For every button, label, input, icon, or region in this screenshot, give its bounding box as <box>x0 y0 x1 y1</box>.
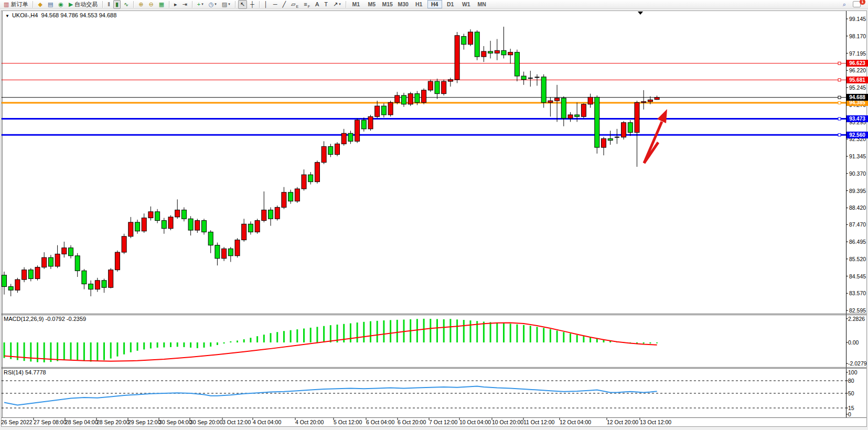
macd-indicator-label: MACD(12,26,9) -0.0792 -0.2359 <box>4 316 86 322</box>
cursor-icon[interactable]: ↖ <box>238 0 247 9</box>
equidistant-channel-icon[interactable]: ▱E <box>289 0 301 9</box>
new-order-icon: ▥ <box>4 1 9 8</box>
new-order-label: 新订单 <box>10 1 28 8</box>
timeframe-d1-button[interactable]: D1 <box>443 0 458 8</box>
arrows-icon: ↗ <box>333 1 338 8</box>
price-axis-tick: 97.195 <box>849 50 866 57</box>
new-chart-dropdown-icon[interactable]: ▾ <box>201 2 203 6</box>
time-axis-label: 30 Sep 20:00 <box>190 419 222 425</box>
price-axis-tick: 82.595 <box>849 307 866 314</box>
fibonacci-icon: ≡ <box>304 1 307 8</box>
templates-icon[interactable]: ▨▾ <box>220 0 232 9</box>
text-label-icon[interactable]: T <box>322 0 330 9</box>
signals-icon: ◉ <box>58 1 63 8</box>
profiles-icon[interactable]: ◷▾ <box>207 0 219 9</box>
bar-chart-icon[interactable]: ‖ <box>105 0 112 9</box>
timeframe-m30-button[interactable]: M30 <box>396 0 411 8</box>
price-axis-tick: 86.495 <box>849 239 866 245</box>
time-axis-label: 10 Oct 04:00 <box>459 419 491 425</box>
chart-window[interactable] <box>1 10 867 427</box>
auto-scroll-icon[interactable]: ▸ <box>172 0 179 9</box>
trendline-icon[interactable]: ╱ <box>280 0 288 9</box>
macd-axis-tick: 2.2826 <box>848 316 865 322</box>
price-level-badge: 92.560 <box>846 132 868 138</box>
time-axis-label: 26 Sep 2022 <box>1 419 33 425</box>
zoom-in-icon[interactable]: ⊕ <box>136 0 145 9</box>
time-axis-label: 11 Oct 12:00 <box>523 419 554 425</box>
market-watch-icon: ◆ <box>38 1 42 8</box>
text-icon[interactable]: A <box>313 0 321 9</box>
zoom-out-icon[interactable]: ⊖ <box>146 0 155 9</box>
toolbar-separator <box>133 1 134 8</box>
toolbar-right-group: ⌕1 <box>840 0 867 9</box>
price-level-badge: 95.681 <box>846 77 868 83</box>
time-axis-label: 6 Oct 04:00 <box>366 419 394 425</box>
chart-symbol-period: UKOil-,H4 <box>12 12 38 18</box>
chat-button[interactable]: 1 <box>851 0 863 9</box>
macd-axis-tick: 0.00 <box>848 339 859 346</box>
trendline-icon: ╱ <box>282 1 286 8</box>
price-axis-tick: 88.420 <box>849 205 866 211</box>
horizontal-line-icon[interactable]: ─ <box>271 0 280 9</box>
toolbar-separator <box>102 1 103 8</box>
line-chart-icon[interactable]: ∿ <box>122 0 131 9</box>
timeframe-m15-button[interactable]: M15 <box>380 0 395 8</box>
mt4-window: ▥新订单◆▤◉▶自动交易‖▮∿⊕⊖▦▸⇥+▾◷▾▨▾↖┼│─╱▱E≡FAT↗▾M… <box>0 0 868 430</box>
chart-shift-icon[interactable]: ⇥ <box>180 0 189 9</box>
rsi-axis-tick: 100 <box>848 369 858 375</box>
horizontal-line-icon: ─ <box>273 1 277 8</box>
chat-unread-badge: 1 <box>860 0 865 5</box>
arrows-dropdown-icon[interactable]: ▾ <box>339 2 341 6</box>
tile-windows-icon: ▦ <box>159 1 164 8</box>
timeframe-h1-button[interactable]: H1 <box>412 0 426 8</box>
rsi-indicator-label: RSI(14) 54.7778 <box>4 369 46 375</box>
price-axis-tick: 87.470 <box>849 221 866 228</box>
zoom-out-icon: ⊖ <box>148 1 153 8</box>
timeframe-m5-button[interactable]: M5 <box>365 0 379 8</box>
cursor-icon: ↖ <box>240 1 245 8</box>
crosshair-icon[interactable]: ┼ <box>248 0 256 9</box>
price-axis-tick: 89.395 <box>849 188 866 194</box>
rsi-axis-tick: 15 <box>848 405 854 411</box>
auto-scroll-icon: ▸ <box>174 1 177 8</box>
signals-icon[interactable]: ◉ <box>56 0 66 9</box>
new-order-button[interactable]: ▥新订单 <box>2 0 30 9</box>
text-label-icon: T <box>324 1 328 8</box>
price-axis-tick: 91.345 <box>849 153 866 159</box>
new-chart-icon[interactable]: +▾ <box>195 0 206 9</box>
price-axis-tick: 84.545 <box>849 273 866 280</box>
timeframe-w1-button[interactable]: W1 <box>459 0 474 8</box>
new-chart-icon: + <box>197 1 200 8</box>
time-axis-label: 4 Oct 20:00 <box>295 419 324 425</box>
timeframe-mn-button[interactable]: MN <box>475 0 489 8</box>
vertical-line-icon: │ <box>264 1 268 8</box>
chart-shift-icon: ⇥ <box>183 1 187 8</box>
autotrading-button[interactable]: ▶自动交易 <box>67 0 100 9</box>
bar-chart-icon: ‖ <box>108 1 110 8</box>
fibonacci-icon[interactable]: ≡F <box>302 0 312 9</box>
timeframe-m1-button[interactable]: M1 <box>349 0 363 8</box>
text-icon: A <box>315 1 319 8</box>
equidistant-channel-letter: E <box>296 5 299 8</box>
time-axis-label: 12 Oct 04:00 <box>560 419 591 425</box>
search-button[interactable]: ⌕ <box>841 0 848 9</box>
data-window-icon[interactable]: ▤ <box>46 0 55 9</box>
tile-windows-icon[interactable]: ▦ <box>157 0 166 9</box>
candlestick-chart-icon[interactable]: ▮ <box>113 0 121 9</box>
price-level-badge: 93.473 <box>846 115 868 122</box>
toolbar-separator <box>259 1 260 8</box>
templates-dropdown-icon[interactable]: ▾ <box>228 2 230 6</box>
zoom-in-icon: ⊕ <box>138 1 143 8</box>
arrows-icon[interactable]: ↗▾ <box>331 0 343 9</box>
toolbar-separator <box>192 1 192 8</box>
price-level-badge: 94.688 <box>846 94 868 101</box>
timeframe-h4-button[interactable]: H4 <box>427 0 442 8</box>
autotrading-label: 自动交易 <box>74 1 98 8</box>
profiles-dropdown-icon[interactable]: ▾ <box>215 2 217 6</box>
vertical-line-icon[interactable]: │ <box>262 0 270 9</box>
toolbar-separator <box>33 1 33 8</box>
market-watch-icon[interactable]: ◆ <box>36 0 44 9</box>
price-axis-tick: 83.570 <box>849 290 866 296</box>
rsi-axis-tick: 0 <box>848 411 851 417</box>
chart-dropdown-icon[interactable]: ▼ <box>5 14 9 18</box>
